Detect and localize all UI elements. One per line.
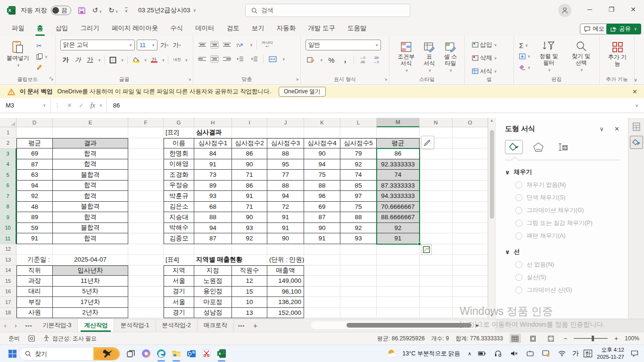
cell-L5[interactable]: 74 <box>340 170 377 181</box>
sort-filter-button[interactable]: ㅎ 정렬 및 필터∨ <box>534 39 564 74</box>
cell-O7[interactable] <box>453 191 488 202</box>
cell-M13[interactable] <box>377 255 420 265</box>
underline-button[interactable]: 가 <box>85 55 95 65</box>
column-header-G[interactable]: G <box>164 118 194 127</box>
zoom-slider-thumb[interactable] <box>592 336 594 341</box>
cell-K1[interactable] <box>304 127 340 138</box>
cell-D18[interactable]: 사원 <box>17 308 53 319</box>
cell-E15[interactable]: 11년차 <box>53 276 128 287</box>
format-as-table-button[interactable]: 표 서식∨ <box>420 40 438 74</box>
document-title[interactable]: 03 25년2급상시03∨ <box>138 6 196 15</box>
cell-O15[interactable] <box>453 276 488 287</box>
cell-K16[interactable] <box>304 287 340 297</box>
hscroll-right-icon[interactable]: ▶ <box>476 323 479 328</box>
cell-L13[interactable] <box>340 255 377 265</box>
cell-G17[interactable]: 서울 <box>164 297 194 308</box>
cell-K5[interactable]: 75 <box>304 170 340 181</box>
cell-O1[interactable] <box>453 127 488 138</box>
align-center-icon[interactable] <box>210 55 219 63</box>
cell-D15[interactable]: 과장 <box>17 276 53 287</box>
cell-H6[interactable]: 89 <box>194 181 232 191</box>
cell-L2[interactable]: 심사점수5 <box>340 138 377 149</box>
cell-N13[interactable] <box>420 255 453 265</box>
row-header-3[interactable]: 3 <box>0 148 17 159</box>
cell-K9[interactable]: 87 <box>304 212 340 223</box>
row-header-14[interactable]: 14 <box>0 265 17 276</box>
copy-button[interactable]: ∨ <box>35 51 49 62</box>
status-sum[interactable]: 합계: 776.3333333 <box>455 335 503 343</box>
normal-view-icon[interactable] <box>510 334 521 343</box>
column-header-F[interactable]: F <box>128 118 164 127</box>
cell-K10[interactable]: 90 <box>304 223 340 234</box>
cell-J10[interactable]: 91 <box>267 223 304 234</box>
column-header-I[interactable]: I <box>232 118 267 127</box>
sheet-prev-icon[interactable]: ‹ <box>0 322 10 329</box>
increase-decimal-button[interactable]: ←0.00 <box>357 55 368 65</box>
zoom-out-icon[interactable]: − <box>563 335 567 342</box>
row-header-1[interactable]: 1 <box>0 127 17 138</box>
cell-L10[interactable]: 92 <box>340 223 377 234</box>
search-highlight-image[interactable] <box>93 347 120 361</box>
cell-I13[interactable] <box>232 255 267 265</box>
cell-F14[interactable] <box>128 265 164 276</box>
radio-option[interactable]: 그라데이션 채우기(G) <box>515 206 619 214</box>
ime-a-indicator[interactable]: 가 <box>572 349 579 358</box>
ribbon-tab-홈[interactable]: 홈 <box>31 21 50 35</box>
cell-N18[interactable] <box>420 308 453 319</box>
row-header-5[interactable]: 5 <box>0 170 17 181</box>
merge-center-button[interactable] <box>267 54 278 64</box>
macro-record-icon[interactable] <box>28 335 35 342</box>
fill-button[interactable]: ∨ <box>518 51 532 61</box>
pane-tab-size-properties[interactable] <box>554 140 572 154</box>
cell-E8[interactable]: 불합격 <box>53 202 128 213</box>
cell-K13[interactable] <box>304 255 340 265</box>
ime-han-indicator[interactable]: 한 <box>584 350 592 357</box>
cell-G7[interactable]: 박훈규 <box>164 191 194 202</box>
cell-K4[interactable]: 94 <box>304 159 340 170</box>
fill-color-button[interactable] <box>131 55 141 65</box>
cell-G11[interactable]: 김종모 <box>164 233 194 244</box>
orientation-button[interactable]: 가 <box>235 40 245 50</box>
page-break-view-icon[interactable] <box>545 334 557 343</box>
notification-center-icon[interactable] <box>629 348 640 359</box>
sheet-more-left-icon[interactable]: ••• <box>21 323 37 329</box>
undo-button[interactable]: ↺∨ <box>92 6 102 15</box>
radio-option[interactable]: 패턴 채우기(A) <box>515 232 619 240</box>
cell-D13[interactable]: 기준일 : <box>17 255 53 265</box>
fill-handle[interactable] <box>418 242 421 246</box>
cell-O11[interactable] <box>453 233 488 244</box>
autosave-toggle[interactable]: 끔 <box>51 6 71 15</box>
sheet-tab-분석작업-2[interactable]: 분석작업-2 <box>156 319 198 332</box>
expand-formula-bar-icon[interactable]: ∨ <box>635 103 638 108</box>
vertical-scroll-thumb[interactable] <box>490 130 494 219</box>
cell-F10[interactable] <box>128 223 164 234</box>
cell-I12[interactable] <box>232 244 267 255</box>
cell-G5[interactable]: 조경화 <box>164 170 194 181</box>
file-explorer-icon[interactable] <box>171 348 182 359</box>
cell-M15[interactable] <box>377 276 420 287</box>
delete-cells-button[interactable]: 삭제∨ <box>471 53 513 63</box>
decrease-indent-button[interactable] <box>235 54 245 64</box>
cell-G16[interactable]: 경기 <box>164 287 194 297</box>
radio-option[interactable]: 그림 또는 질감 채우기(P) <box>515 219 619 227</box>
cell-O8[interactable] <box>453 202 488 213</box>
cell-E6[interactable]: 합격 <box>53 181 128 191</box>
cell-O16[interactable] <box>453 287 488 297</box>
cell-E13[interactable]: 2025-04-07 <box>53 255 128 265</box>
cell-O5[interactable] <box>453 170 488 181</box>
row-header-18[interactable]: 18 <box>0 308 17 319</box>
pane-section-선[interactable]: ∨선 <box>505 247 619 256</box>
cell-I11[interactable]: 92 <box>232 233 267 244</box>
cell-M9[interactable]: 88.6666667 <box>377 212 420 223</box>
cell-K7[interactable]: 96 <box>304 191 340 202</box>
cell-F5[interactable] <box>128 170 164 181</box>
sheet-tab-계산작업[interactable]: 계산작업 <box>78 319 114 332</box>
name-box[interactable]: M3∨ <box>0 98 51 113</box>
cell-L14[interactable] <box>340 265 377 276</box>
row-header-4[interactable]: 4 <box>0 159 17 170</box>
font-name-select[interactable]: 맑은 고딕∨ <box>60 40 135 50</box>
accounting-format-button[interactable] <box>305 55 316 65</box>
cell-F13[interactable] <box>128 255 164 265</box>
pane-close-icon[interactable]: ✕ <box>614 125 619 132</box>
align-middle-icon[interactable] <box>210 41 219 49</box>
